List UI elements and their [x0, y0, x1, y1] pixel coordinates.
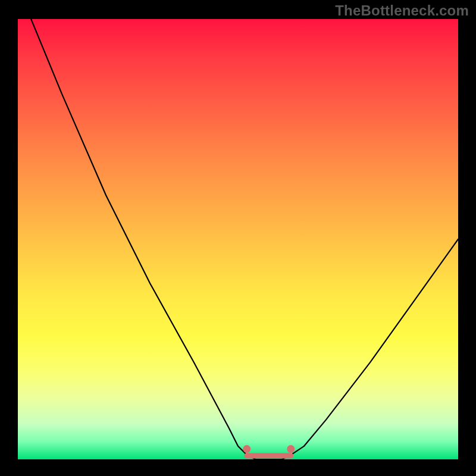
marker-right: [287, 445, 295, 453]
marker-left: [243, 445, 250, 453]
bottleneck-curve: [31, 19, 458, 459]
plot-svg: [18, 19, 458, 459]
plot-area: [18, 19, 458, 459]
watermark-text: TheBottleneck.com: [335, 2, 469, 19]
chart-frame: TheBottleneck.com: [0, 0, 476, 476]
